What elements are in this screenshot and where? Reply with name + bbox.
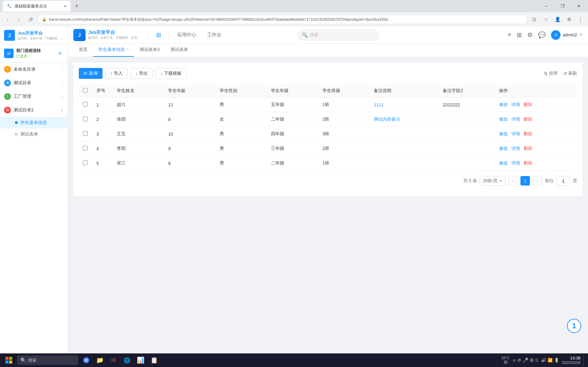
sidebar-item-test-dir[interactable]: 测 测试目录 › bbox=[0, 76, 68, 90]
edit-action-link[interactable]: 修改 bbox=[499, 131, 508, 136]
taskbar-search[interactable]: 🔍 搜索 bbox=[17, 355, 78, 365]
workbench-link[interactable]: 工作台 bbox=[204, 31, 224, 39]
nav-apps-icon[interactable]: ⊞ bbox=[517, 31, 522, 39]
chevron-up-icon[interactable]: ∧ bbox=[513, 358, 516, 363]
new-tab-button[interactable]: + bbox=[72, 1, 81, 11]
page-size-select[interactable]: 20条/页 ▼ bbox=[480, 176, 506, 186]
row-actions-cell: 修改 详情 删除 bbox=[495, 127, 577, 141]
mic-icon[interactable]: 🎤 bbox=[522, 357, 528, 363]
taskbar-app-chrome[interactable] bbox=[80, 354, 92, 366]
row-checkbox[interactable] bbox=[83, 102, 88, 107]
address-bar[interactable]: 🔒 frame.bctools.cn/#/myiframe/urlPath?na… bbox=[37, 15, 528, 24]
page-input[interactable] bbox=[556, 176, 570, 186]
col-remark: 备注说明 bbox=[370, 84, 439, 98]
col-remark2: 备注字段2 bbox=[439, 84, 495, 98]
refresh-button[interactable]: ↺ 刷新 bbox=[563, 70, 577, 76]
delete-action-link[interactable]: 删除 bbox=[523, 117, 532, 122]
taskbar-app-explorer[interactable]: 📁 bbox=[94, 354, 106, 366]
tab-close-icon[interactable]: × bbox=[64, 3, 67, 9]
nav-add-icon[interactable]: + bbox=[508, 31, 512, 39]
tab-test-form3[interactable]: 测试表单3 bbox=[134, 43, 165, 57]
tab-student-close-icon[interactable]: × bbox=[126, 47, 129, 52]
row-checkbox[interactable] bbox=[83, 146, 88, 151]
dropdown-icon: ▼ bbox=[499, 179, 502, 183]
chevron-right-icon: › bbox=[62, 67, 63, 72]
taskbar-app-mail[interactable]: ✉ bbox=[107, 354, 120, 366]
nav-grid-icon[interactable]: ⊞ bbox=[154, 30, 163, 40]
new-button[interactable]: ⟳ 新增 bbox=[79, 68, 103, 79]
delete-action-link[interactable]: 删除 bbox=[523, 131, 532, 136]
volume-icon[interactable]: 🔊 bbox=[541, 358, 546, 363]
taskbar-app-green[interactable]: 📊 bbox=[134, 354, 147, 366]
green-app-icon[interactable]: S bbox=[535, 357, 538, 363]
circle-badge[interactable]: 1 bbox=[567, 319, 581, 333]
back-button[interactable]: ‹ bbox=[3, 15, 12, 24]
detail-action-link[interactable]: 详情 bbox=[511, 117, 520, 122]
reload-button[interactable]: ↺ bbox=[26, 15, 35, 24]
app-center-link[interactable]: 应用中心 bbox=[174, 31, 199, 39]
download-template-button[interactable]: ↓ 下载模板 bbox=[155, 68, 187, 79]
toolbar: ⟳ 新增 ↑ 导入 ↓ 导出 ↓ 下载模板 bbox=[79, 68, 577, 79]
detail-action-link[interactable]: 详情 bbox=[511, 146, 520, 151]
taskbar-app-edge[interactable]: 🌐 bbox=[121, 354, 133, 366]
sidebar-item-label: 测试目录 bbox=[14, 80, 59, 86]
next-page-button[interactable]: › bbox=[533, 176, 542, 186]
row-checkbox[interactable] bbox=[83, 160, 88, 165]
profile-icon[interactable]: 👤 bbox=[553, 15, 562, 24]
browser-tab[interactable]: 🔧 基础框架服务后台 × bbox=[3, 1, 71, 12]
chevron-right-icon: › bbox=[62, 94, 63, 99]
row-checkbox-cell bbox=[79, 127, 92, 141]
row-name: 张三 bbox=[113, 156, 164, 171]
extensions-icon[interactable]: ⚙ bbox=[564, 15, 574, 24]
tab-student-info[interactable]: 学生基本信息 × bbox=[93, 43, 134, 57]
sidebar-item-unnamed[interactable]: 未 未命名目录 › bbox=[0, 63, 68, 76]
favicon: 🔧 bbox=[7, 4, 12, 8]
sidebar-add-button[interactable]: + bbox=[57, 50, 63, 57]
tab-test-form[interactable]: 测试表单 bbox=[165, 43, 194, 57]
page-1-button[interactable]: 1 bbox=[520, 176, 530, 186]
restore-button[interactable]: ❐ bbox=[555, 0, 570, 12]
tab-home[interactable]: 首页 bbox=[73, 43, 93, 57]
search-placeholder: 搜索 bbox=[310, 32, 318, 38]
show-desktop-button[interactable] bbox=[583, 354, 585, 366]
search-box[interactable]: 🔍 搜索 bbox=[297, 30, 379, 40]
delete-action-link[interactable]: 删除 bbox=[523, 102, 532, 107]
nav-settings-icon[interactable]: ⚙ bbox=[527, 31, 533, 39]
settings-sys-icon[interactable]: ⚙ bbox=[530, 357, 534, 363]
taskbar-history-icon[interactable]: ↺ bbox=[517, 357, 521, 363]
sidebar-item-factory[interactable]: 工 工厂管理 › bbox=[0, 90, 68, 103]
more-menu-icon[interactable]: ⋮ bbox=[576, 15, 585, 24]
taskbar-app-red[interactable]: 📋 bbox=[148, 354, 160, 366]
sort-button[interactable]: ⇅ 排序 bbox=[544, 70, 558, 76]
export-button[interactable]: ↓ 导出 bbox=[130, 68, 153, 79]
delete-action-link[interactable]: 删除 bbox=[523, 160, 532, 165]
nav-notifications-icon[interactable]: 💬 bbox=[538, 31, 546, 39]
prev-page-button[interactable]: ‹ bbox=[508, 176, 518, 186]
minimize-button[interactable]: ─ bbox=[538, 0, 554, 12]
sidebar-sub-item-form[interactable]: 测试表单 bbox=[0, 128, 68, 140]
edit-action-link[interactable]: 修改 bbox=[499, 117, 508, 122]
import-button[interactable]: ↑ 导入 bbox=[105, 68, 128, 79]
battery-icon[interactable]: 🔋 bbox=[554, 358, 559, 363]
row-checkbox[interactable] bbox=[83, 117, 88, 121]
edit-action-link[interactable]: 修改 bbox=[499, 160, 508, 165]
cast-icon[interactable]: ⊡ bbox=[530, 15, 539, 24]
forward-button[interactable]: › bbox=[14, 15, 24, 24]
edit-action-link[interactable]: 修改 bbox=[499, 102, 508, 107]
sidebar-sub-item-student[interactable]: 学生基本信息 bbox=[0, 117, 68, 128]
col-checkbox bbox=[79, 84, 92, 98]
edit-action-link[interactable]: 修改 bbox=[499, 146, 508, 151]
start-button[interactable] bbox=[3, 354, 15, 366]
select-all-checkbox[interactable] bbox=[83, 88, 88, 93]
delete-action-link[interactable]: 删除 bbox=[523, 146, 532, 151]
row-checkbox[interactable] bbox=[83, 131, 88, 136]
sidebar-item-test-dir2[interactable]: 测 测试目录2 ∨ bbox=[0, 103, 68, 117]
detail-action-link[interactable]: 详情 bbox=[511, 131, 520, 136]
detail-action-link[interactable]: 详情 bbox=[511, 102, 520, 107]
user-avatar-area[interactable]: A admin2 ▼ bbox=[551, 30, 583, 40]
network-icon[interactable]: 📶 bbox=[548, 358, 553, 363]
bookmark-icon[interactable]: ☆ bbox=[541, 15, 551, 24]
taskbar-clock[interactable]: 14:38 2023/10/24 bbox=[562, 356, 581, 365]
close-button[interactable]: ✕ bbox=[571, 0, 587, 12]
detail-action-link[interactable]: 详情 bbox=[511, 160, 520, 165]
